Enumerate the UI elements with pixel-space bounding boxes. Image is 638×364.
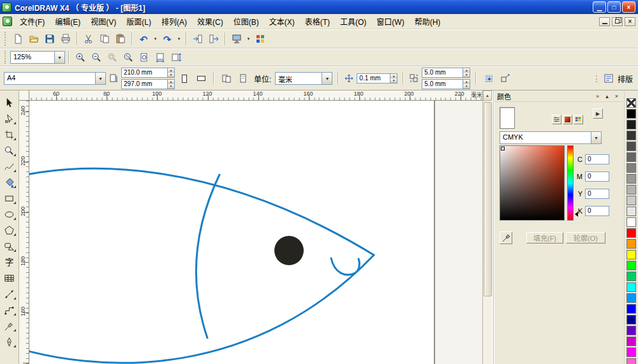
zoom-out-button[interactable]	[89, 50, 104, 65]
paper-height-spinner[interactable]: ▲▼	[167, 80, 174, 89]
app-launcher-dropdown-icon[interactable]: ▼	[245, 32, 252, 46]
palette-swatch-22[interactable]	[627, 326, 636, 335]
scrollbar-thumb[interactable]	[484, 102, 492, 296]
toolbar-grip[interactable]	[4, 32, 8, 46]
menu-item-1[interactable]: 文件(F)	[15, 13, 50, 29]
spin-down-icon[interactable]: ▼	[168, 84, 174, 89]
print-button[interactable]	[58, 32, 73, 47]
fish-eye[interactable]	[274, 236, 304, 265]
pick-tool[interactable]	[1, 95, 18, 110]
duplicate-y-spinner[interactable]: ▲▼	[463, 80, 470, 89]
table-tool[interactable]	[1, 270, 18, 286]
ellipse-tool[interactable]	[1, 207, 18, 222]
ruler-origin-corner[interactable]	[19, 91, 29, 101]
zoom-in-button[interactable]	[73, 50, 88, 65]
palette-swatch-15[interactable]	[627, 250, 636, 259]
zoom-level-combo[interactable]: 125%	[10, 51, 65, 64]
zoom-selected-button[interactable]	[105, 50, 120, 65]
palette-swatch-14[interactable]	[627, 239, 636, 249]
paper-width-spinner[interactable]: ▲▼	[167, 68, 174, 77]
menu-item-11[interactable]: 窗口(W)	[371, 13, 409, 29]
smart-fill-tool[interactable]	[1, 175, 18, 190]
palette-swatch-19[interactable]	[627, 293, 636, 303]
menu-item-8[interactable]: 文本(X)	[264, 13, 300, 29]
color-selection-marker[interactable]	[501, 147, 505, 150]
palette-swatch-25[interactable]	[627, 358, 636, 364]
redo-dropdown-icon[interactable]: ▼	[175, 32, 182, 46]
layout-toolbar-label[interactable]: 排版	[618, 73, 633, 84]
spin-up-icon[interactable]: ▲	[168, 80, 174, 84]
landscape-button[interactable]	[194, 71, 208, 85]
duplicate-x-field[interactable]: 5.0 mm ▲▼	[422, 68, 470, 78]
doc-minimize-button[interactable]	[599, 17, 610, 26]
copy-button[interactable]	[97, 32, 112, 47]
open-button[interactable]	[26, 32, 41, 47]
spin-up-icon[interactable]: ▲	[463, 80, 470, 84]
spin-down-icon[interactable]: ▼	[463, 73, 470, 77]
corel-apps-button[interactable]	[253, 32, 268, 47]
spin-down-icon[interactable]: ▼	[463, 84, 470, 89]
spin-up-icon[interactable]: ▲	[390, 74, 397, 78]
connector-tool[interactable]	[1, 302, 18, 317]
eyedropper-tool[interactable]	[1, 318, 18, 333]
color-viewer-button[interactable]	[563, 115, 572, 124]
zoom-to-page-button[interactable]	[137, 50, 152, 65]
freehand-tool[interactable]	[1, 159, 18, 174]
palette-swatch-5[interactable]	[627, 142, 636, 151]
nudge-offset-field[interactable]: 0.1 mm ▲▼	[357, 73, 397, 84]
portrait-button[interactable]	[177, 71, 191, 85]
text-tool[interactable]: 字	[1, 254, 18, 270]
paper-height-field[interactable]: 297.0 mm ▲▼	[121, 79, 175, 89]
menu-item-7[interactable]: 位图(B)	[228, 13, 264, 29]
menu-item-3[interactable]: 视图(V)	[85, 13, 121, 29]
outline-button[interactable]: 轮廓(O)	[566, 232, 605, 244]
nudge-spinner[interactable]: ▲▼	[390, 74, 397, 83]
palette-swatch-23[interactable]	[627, 337, 636, 346]
dimension-tool[interactable]	[1, 286, 18, 302]
menu-item-6[interactable]: 效果(C)	[192, 13, 228, 29]
export-button[interactable]	[206, 32, 221, 47]
channel-value-c[interactable]: 0	[585, 154, 609, 164]
palette-swatch-6[interactable]	[627, 152, 636, 162]
docker-flyout-icon[interactable]: ▶	[593, 108, 603, 119]
palette-swatch-1[interactable]	[627, 98, 636, 108]
units-combo[interactable]: 毫米	[275, 72, 332, 85]
palette-swatch-16[interactable]	[627, 261, 636, 270]
undo-button[interactable]: ↶	[136, 32, 151, 47]
shape-tool[interactable]	[1, 111, 18, 126]
palette-swatch-13[interactable]	[627, 228, 636, 238]
palette-swatch-17[interactable]	[627, 272, 636, 281]
toolbar-grip[interactable]	[4, 51, 8, 64]
zoom-page-width-button[interactable]	[152, 50, 168, 65]
fish-body-bottom-curve[interactable]	[29, 255, 374, 363]
channel-value-y[interactable]: 0	[585, 189, 609, 199]
save-button[interactable]	[42, 32, 57, 47]
menu-item-12[interactable]: 帮助(H)	[410, 13, 446, 29]
current-page-button[interactable]	[236, 71, 250, 85]
menu-item-10[interactable]: 工具(O)	[335, 13, 371, 29]
color-model-combo[interactable]: CMYK	[500, 131, 602, 144]
basic-shapes-tool[interactable]	[1, 238, 18, 254]
channel-value-m[interactable]: 0	[585, 171, 609, 182]
paper-width-field[interactable]: 210.0 mm ▲▼	[121, 68, 175, 78]
menu-item-4[interactable]: 版面(L)	[121, 13, 156, 29]
h-ruler[interactable]: 6080100120140160180200220毫米	[29, 91, 482, 101]
snap-to-objects-button[interactable]	[498, 71, 512, 85]
palette-swatch-24[interactable]	[627, 347, 636, 357]
app-launcher-button[interactable]	[229, 32, 244, 47]
docker-chevron-icon[interactable]: »	[593, 92, 602, 100]
spin-up-icon[interactable]: ▲	[168, 68, 174, 73]
fish-drawing[interactable]	[29, 101, 482, 364]
zoom-tool[interactable]	[1, 143, 18, 158]
palette-swatch-11[interactable]	[627, 207, 636, 216]
zoom-combo-dropdown-icon[interactable]	[54, 52, 64, 63]
redo-button[interactable]: ↷	[160, 32, 175, 47]
canvas[interactable]	[29, 101, 482, 364]
paste-button[interactable]	[113, 32, 128, 47]
menu-item-2[interactable]: 编辑(E)	[50, 13, 85, 29]
crop-tool[interactable]	[1, 127, 18, 142]
palette-swatch-3[interactable]	[627, 120, 636, 129]
zoom-page-height-button[interactable]	[168, 50, 184, 65]
fill-button[interactable]: 填充(F)	[526, 232, 563, 244]
palette-swatch-20[interactable]	[627, 304, 636, 314]
